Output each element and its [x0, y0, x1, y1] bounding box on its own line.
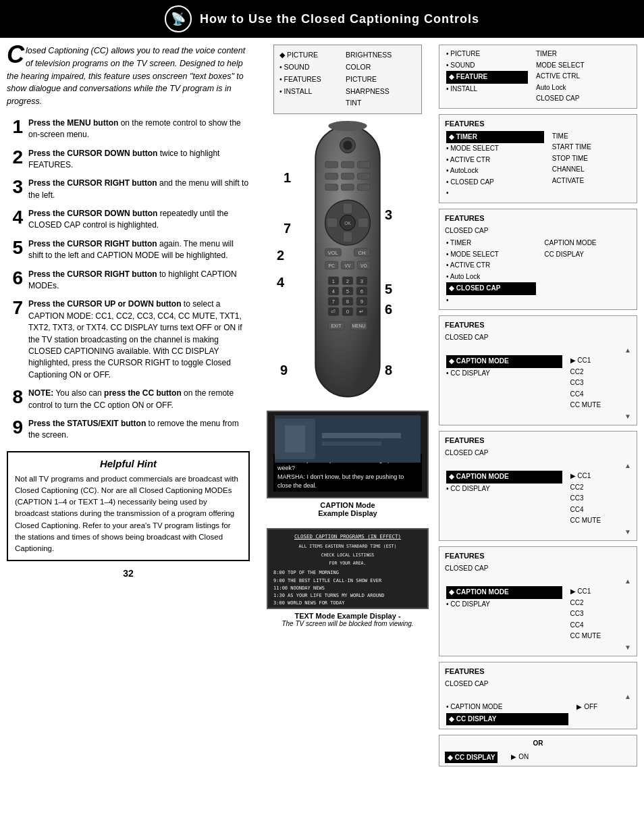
- text-mode-sublabel: The TV screen will be blocked from viewi…: [267, 620, 429, 627]
- svg-text:EXIT: EXIT: [331, 324, 341, 329]
- caption-label: CAPTION Mode Example Display: [267, 501, 429, 517]
- step-num-5: 5: [7, 238, 23, 257]
- right-menu-6: FEATURES CLOSED CAP ▲ ◆ CAPTION MODE • C…: [439, 546, 637, 656]
- svg-rect-5: [341, 161, 354, 168]
- svg-text:PC: PC: [328, 263, 334, 268]
- step-num-6: 6: [7, 269, 23, 288]
- svg-point-3: [343, 141, 352, 150]
- right-menu-7: FEATURES CLOSED CAP ▲ • CAPTION MODE ◆ C…: [439, 662, 637, 729]
- svg-text:5: 5: [346, 288, 349, 294]
- svg-rect-11: [341, 184, 354, 191]
- svg-text:CH: CH: [358, 251, 365, 257]
- svg-rect-15: [343, 232, 352, 242]
- right-menu-5: FEATURES CLOSED CAP ▲ ◆ CAPTION MODE • C…: [439, 431, 637, 541]
- svg-text:↵: ↵: [360, 309, 365, 315]
- svg-rect-12: [357, 184, 370, 191]
- left-column: C losed Captioning (CC) allows you to re…: [7, 45, 257, 766]
- caption-screen: JOHN: Why did they move the meeting up t…: [267, 411, 429, 498]
- hint-text: Not all TV programs and product commerci…: [15, 473, 242, 555]
- svg-point-1: [328, 121, 367, 131]
- step-text-4: Press the CURSOR DOWN button repeatedly …: [28, 208, 250, 232]
- svg-text:VV: VV: [345, 263, 351, 268]
- svg-text:0: 0: [346, 309, 349, 315]
- svg-text:4: 4: [332, 288, 336, 294]
- intro-text: C losed Captioning (CC) allows you to re…: [7, 45, 250, 108]
- top-menu-panel: ◆ PICTURE • SOUND • FEATURES • INSTALL B…: [273, 45, 422, 114]
- remote-control-wrapper: OK VOL CH PC VV VO 1 2 3: [280, 120, 415, 405]
- drop-cap: C: [7, 45, 24, 66]
- step-text-8: NOTE: You also can press the CC button o…: [28, 388, 250, 411]
- right-column: • PICTURE • SOUND ◆ FEATURE • INSTALL TI…: [439, 45, 637, 766]
- step-text-2: Press the CURSOR DOWN button twice to hi…: [28, 148, 250, 172]
- step-text-3: Press the CURSOR RIGHT button and the me…: [28, 178, 250, 201]
- intro-body: losed Captioning (CC) allows you to read…: [7, 46, 245, 106]
- svg-text:MENU: MENU: [352, 324, 365, 329]
- svg-rect-4: [325, 161, 338, 168]
- step-1: 1 Press the MENU button on the remote co…: [7, 118, 250, 141]
- step-5: 5 Press the CURSOR RIGHT button again. T…: [7, 238, 250, 262]
- step-6: 6 Press the CURSOR RIGHT button to highl…: [7, 269, 250, 292]
- svg-text:⏎: ⏎: [331, 309, 336, 315]
- step-3: 3 Press the CURSOR RIGHT button and the …: [7, 178, 250, 201]
- step-8: 8 NOTE: You also can press the CC button…: [7, 388, 250, 411]
- step-text-7: Press the CURSOR UP or DOWN button to se…: [28, 298, 250, 381]
- svg-text:1: 1: [332, 278, 335, 284]
- step-9: 9 Press the STATUS/EXIT button to remove…: [7, 418, 250, 442]
- svg-text:VO: VO: [360, 263, 367, 268]
- steps-list: 1 Press the MENU button on the remote co…: [7, 118, 250, 442]
- hint-box: Helpful Hint Not all TV programs and pro…: [7, 451, 250, 562]
- step-num-1: 1: [7, 118, 23, 136]
- text-mode-label: TEXT Mode Example Display -: [267, 612, 429, 620]
- step-num-3: 3: [7, 178, 23, 197]
- step-num-2: 2: [7, 148, 23, 167]
- svg-text:3: 3: [360, 278, 363, 284]
- right-menu-2: FEATURES ◆ TIMER • MODE SELECT • ACTIVE …: [439, 114, 637, 203]
- step-num-4: 4: [7, 208, 23, 227]
- caption-line2: MARSHA: I don't know, but they are pushi…: [277, 473, 404, 489]
- step-num-7: 7: [7, 298, 23, 317]
- step-text-1: Press the MENU button on the remote cont…: [28, 118, 250, 141]
- step-7: 7 Press the CURSOR UP or DOWN button to …: [7, 298, 250, 381]
- step-num-8: 8: [7, 388, 23, 407]
- svg-text:2: 2: [346, 278, 349, 284]
- svg-rect-14: [343, 203, 352, 213]
- header-icon: 📡: [165, 5, 192, 32]
- step-4: 4 Press the CURSOR DOWN button repeatedl…: [7, 208, 250, 232]
- caption-example: JOHN: Why did they move the meeting up t…: [267, 411, 429, 517]
- page-header: 📡 How to Use the Closed Captioning Contr…: [0, 0, 644, 38]
- svg-text:6: 6: [360, 288, 363, 294]
- right-menu-4: FEATURES CLOSED CAP ▲ ◆ CAPTION MODE • C…: [439, 315, 637, 425]
- svg-text:7: 7: [332, 298, 335, 305]
- svg-rect-7: [325, 173, 338, 180]
- right-menu-or: OR ◆ CC DISPLAY ▶ ON: [439, 735, 637, 766]
- svg-text:8: 8: [346, 298, 349, 305]
- right-menu-3: FEATURES CLOSED CAP • TIMER • MODE SELEC…: [439, 209, 637, 311]
- header-title: How to Use the Closed Captioning Control…: [200, 12, 479, 26]
- step-text-5: Press the CURSOR RIGHT button again. The…: [28, 238, 250, 262]
- remote-svg: OK VOL CH PC VV VO 1 2 3: [280, 120, 415, 403]
- step-2: 2 Press the CURSOR DOWN button twice to …: [7, 148, 250, 172]
- svg-rect-17: [358, 218, 368, 227]
- step-text-6: Press the CURSOR RIGHT button to highlig…: [28, 269, 250, 292]
- hint-title: Helpful Hint: [15, 458, 242, 469]
- text-mode-screen: CLOSED CAPTION PROGRAMS (IN EFFECT) ALL …: [267, 528, 429, 609]
- menu2-title: FEATURES: [445, 118, 631, 130]
- svg-text:9: 9: [360, 298, 363, 305]
- page-number: 32: [7, 568, 250, 579]
- svg-rect-8: [341, 173, 354, 180]
- step-text-9: Press the STATUS/EXIT button to remove t…: [28, 418, 250, 442]
- svg-rect-9: [357, 173, 370, 180]
- svg-rect-10: [325, 184, 338, 191]
- right-menu-1: • PICTURE • SOUND ◆ FEATURE • INSTALL TI…: [439, 45, 637, 109]
- svg-text:VOL: VOL: [327, 251, 338, 257]
- svg-rect-6: [357, 161, 370, 168]
- svg-text:OK: OK: [344, 221, 351, 226]
- step-num-9: 9: [7, 418, 23, 437]
- text-mode-wrapper: CLOSED CAPTION PROGRAMS (IN EFFECT) ALL …: [267, 528, 429, 627]
- svg-rect-16: [327, 218, 337, 227]
- middle-column: ◆ PICTURE • SOUND • FEATURES • INSTALL B…: [257, 45, 439, 766]
